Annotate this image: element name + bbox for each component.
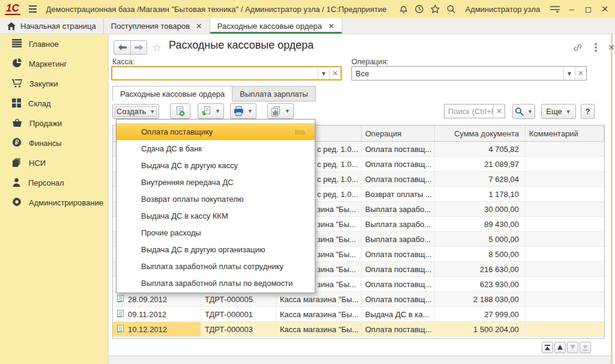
help-button-label: ? [586,107,590,116]
kassa-clear-icon[interactable]: ✕ [329,67,341,79]
form-close-icon[interactable]: ✕ [606,43,615,52]
create-button[interactable]: Создать▼ [112,104,159,119]
tab[interactable]: Начальная страница [0,18,104,34]
menu-item[interactable]: Выдача ДС в другую организацию [117,241,315,258]
document-operation: Оплата поставщ... [365,325,432,334]
sidebar-item-menu-lines[interactable]: Главное [0,34,108,54]
document-kassa: зина "Бы... [317,235,356,244]
1c-logo-icon[interactable]: 1С [5,2,23,16]
sidebar-item-books[interactable]: НСИ [0,153,108,173]
tab[interactable]: Поступления товаров ✕ [104,18,210,34]
list-tab[interactable]: Расходные кассовые ордера [112,86,232,102]
main-area: ☆ Расходные кассовые ордера ✕ Касса: ▼ ✕… [108,34,615,364]
document-kassa: с ред. 1.0... [317,145,358,154]
menu-item[interactable]: Возврат оплаты покупателю [117,190,315,207]
document-operation: Выплата зарабо... [365,220,431,229]
document-amount: 1 500 204,00 [473,325,519,334]
global-search-icon[interactable] [446,3,456,15]
form-title: Расходные кассовые ордера [169,39,314,52]
document-amount: 7 628,04 [488,175,519,184]
column-header[interactable]: Комментарий [526,126,604,141]
form-more-icon[interactable] [590,43,601,52]
sidebar-item-person[interactable]: Персонал [0,173,108,193]
menu-lines-icon [12,39,22,49]
tab[interactable]: Расходные кассовые ордера ✕ [210,18,342,34]
search-clear-icon[interactable]: ✕ [493,105,504,118]
reports-button[interactable]: ▼ [267,103,294,119]
sidebar-item-grid[interactable]: Склад [0,94,108,114]
document-amount: 623 930,00 [480,280,519,289]
main-menu-icon[interactable] [29,5,37,13]
current-user-label[interactable]: Администратор узла [465,5,541,14]
find-button[interactable]: ▼ [512,104,535,119]
document-kassa: Касса магазина "Бы... [280,310,359,319]
forward-button[interactable] [130,41,147,54]
sidebar-item-basket[interactable]: Продажи [0,114,108,133]
notifications-bell-icon[interactable] [399,3,408,15]
sidebar-item-ruble[interactable]: Финансы [0,133,108,153]
table-row[interactable]: 10.12.2012 ТДРТ-000003 Касса магазина "Б… [113,322,604,337]
operation-field-label: Операция: [351,58,389,66]
operation-clear-icon[interactable]: ✕ [575,67,586,80]
add-to-favorites-star-icon[interactable]: ☆ [152,41,162,54]
get-link-icon[interactable] [572,43,583,52]
operation-field-value[interactable]: Все [352,69,563,78]
menu-item[interactable]: Внутренняя передача ДС [117,174,315,190]
window-edge-accent [611,34,613,364]
posted-document-icon [117,325,124,333]
sidebar-item-label: Администрирование [29,198,103,207]
menu-item[interactable]: Выдача ДС в кассу ККМ [117,207,315,224]
sidebar-item-label: Закупки [29,79,58,88]
document-kassa: зина "Бы... [317,250,356,259]
document-amount: 4 705,82 [488,145,519,154]
chevron-down-icon: ▼ [527,109,533,115]
history-icon[interactable] [414,3,424,15]
operation-dropdown-icon[interactable]: ▼ [563,67,575,80]
back-button[interactable] [114,41,130,54]
document-amount: 8 500,00 [488,250,519,259]
print-button[interactable]: ▼ [230,103,256,119]
menu-item[interactable]: Выплата заработной платы по ведомости [117,275,315,291]
menu-item[interactable]: Сдача ДС в банк [117,140,315,157]
create-based-on-button[interactable]: ▼ [198,103,224,119]
menu-item-label: Возврат оплаты покупателю [141,195,244,204]
sidebar-item-cart[interactable]: Закупки [0,74,108,94]
close-window-button[interactable]: ✕ [599,3,610,15]
posted-document-icon [117,295,124,303]
help-button[interactable]: ? [581,104,595,119]
sidebar-item-label: Финансы [29,139,62,148]
maximize-button[interactable]: ◻ [583,3,594,15]
sidebar-item-pie-chart[interactable]: Маркетинг [0,54,108,74]
copy-document-button[interactable] [170,103,190,119]
menu-item-label: Выдача ДС в другую организацию [141,245,265,254]
menu-item-label: Выдача ДС в кассу ККМ [141,211,228,220]
previous-row-button[interactable] [554,342,566,353]
table-row[interactable]: 09.11.2012 ТДРТ-000001 Касса магазина "Б… [113,307,604,322]
document-operation: Выплата зарабо... [365,205,431,214]
column-header[interactable]: Операция [362,126,435,141]
sidebar-item-label: Продажи [29,119,62,128]
sidebar-item-label: Склад [28,99,51,108]
column-header[interactable]: Сумма документа [435,126,526,141]
sidebar-item-gear[interactable]: Администрирование [0,193,108,213]
person-icon [12,178,21,189]
tab-close-icon[interactable]: ✕ [196,22,202,31]
go-to-first-row-button[interactable] [542,342,553,353]
more-button[interactable]: Еще▼ [541,104,576,119]
create-dropdown-menu: Оплата поставщику Ins Сдача ДС в банк Вы… [116,119,315,293]
search-input[interactable] [444,105,493,118]
tab-close-icon[interactable]: ✕ [328,22,335,31]
menu-item[interactable]: Прочие расходы [117,224,315,241]
kassa-dropdown-icon[interactable]: ▼ [318,67,329,79]
kassa-field[interactable]: ▼ ✕ [111,66,342,80]
list-tab[interactable]: Выплата зарплаты [232,86,316,102]
service-menu-icon[interactable] [550,3,560,15]
menu-item[interactable]: Выплата заработной платы сотруднику [117,258,315,275]
menu-item[interactable]: Оплата поставщику Ins [117,123,315,140]
minimize-button[interactable]: – [566,3,577,15]
document-date: 10.12.2012 [128,325,167,334]
menu-item[interactable]: Выдача ДС в другую кассу [117,157,315,174]
table-row[interactable]: 28.09.2012 ТДРТ-000005 Касса магазина "Б… [113,292,604,307]
favorites-star-icon[interactable] [430,3,440,15]
operation-field[interactable]: Все ▼ ✕ [351,66,587,80]
